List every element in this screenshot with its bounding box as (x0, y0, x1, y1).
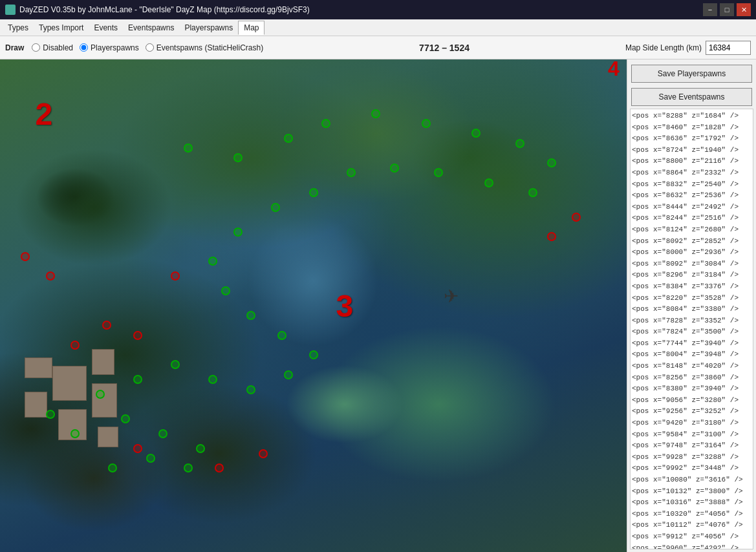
spawn-marker[interactable] (321, 119, 330, 128)
pos-item: <pos x="8444" z="2492" /> (632, 202, 751, 213)
pos-item: <pos x="8092" z="3084" /> (632, 259, 751, 270)
spawn-marker[interactable] (422, 119, 431, 128)
main-area: 2 3 ✈ (0, 59, 756, 552)
pos-item: <pos x="8460" z="1828" /> (632, 122, 751, 134)
pos-item: <pos x="10316" z="3888" /> (632, 497, 751, 509)
spawn-marker[interactable] (96, 390, 105, 399)
spawn-marker[interactable] (309, 188, 318, 197)
step-number-3: 3 (336, 288, 354, 324)
spawn-marker[interactable] (146, 454, 155, 463)
pos-item: <pos x="8004" z="3948" /> (632, 349, 751, 361)
spawn-marker[interactable] (221, 286, 230, 295)
minimize-button[interactable]: − (703, 3, 717, 16)
pos-item: <pos x="7824" z="3500" /> (632, 326, 751, 338)
radio-disabled[interactable] (32, 43, 40, 52)
spawn-marker[interactable] (133, 375, 142, 384)
spawn-marker[interactable] (547, 158, 556, 167)
pos-item: <pos x="8256" z="3860" /> (632, 372, 751, 384)
pos-item: <pos x="8220" z="3528" /> (632, 293, 751, 304)
spawn-marker-red[interactable] (171, 271, 180, 281)
pos-item: <pos x="10080" z="3616" /> (632, 474, 751, 486)
spawn-marker[interactable] (196, 444, 205, 453)
pos-item: <pos x="9056" z="3280" /> (632, 395, 751, 407)
spawn-marker[interactable] (233, 153, 243, 162)
spawn-marker-red[interactable] (215, 463, 224, 472)
spawn-marker[interactable] (184, 143, 193, 153)
draw-label: Draw (5, 43, 24, 52)
pos-item: <pos x="8148" z="4020" /> (632, 361, 751, 372)
spawn-marker-red[interactable] (572, 213, 581, 222)
pos-item: <pos x="7744" z="3940" /> (632, 338, 751, 350)
radio-playerspawns[interactable] (80, 43, 88, 52)
pos-item: <pos x="8084" z="3380" /> (632, 304, 751, 315)
menu-item-playerspawns[interactable]: Playerspawns (179, 21, 238, 35)
spawn-marker[interactable] (347, 168, 356, 177)
spawn-marker[interactable] (528, 188, 537, 197)
spawn-marker[interactable] (271, 203, 280, 212)
spawn-marker[interactable] (277, 331, 286, 340)
spawn-marker[interactable] (371, 109, 380, 118)
pos-item: <pos x="8636" z="1792" /> (632, 133, 751, 145)
spawn-marker-red[interactable] (21, 252, 30, 261)
pos-item: <pos x="9912" z="4056" /> (632, 531, 751, 543)
spawn-marker-red[interactable] (259, 449, 268, 458)
map-container[interactable]: 2 3 ✈ (0, 59, 627, 552)
toolbar: Draw Disabled Playerspawns Eventspawns (… (0, 36, 756, 59)
spawn-marker[interactable] (471, 129, 481, 138)
spawn-marker[interactable] (309, 350, 318, 359)
save-eventspawns-button[interactable]: Save Eventspawns (631, 88, 752, 106)
spawn-marker[interactable] (515, 139, 524, 148)
pos-item: <pos x="9748" z="3164" /> (632, 440, 751, 452)
spawn-marker-red[interactable] (46, 271, 55, 281)
spawn-marker-red[interactable] (547, 232, 556, 241)
spawn-marker[interactable] (184, 463, 193, 472)
radio-playerspawns-option[interactable]: Playerspawns (80, 43, 139, 52)
radio-disabled-label: Disabled (43, 43, 73, 52)
save-playerspawns-button[interactable]: Save Playerspawns (631, 65, 752, 83)
menu-item-types-import[interactable]: Types Import (34, 21, 89, 35)
spawn-marker[interactable] (208, 257, 217, 266)
spawn-marker-red[interactable] (102, 321, 111, 330)
spawn-marker[interactable] (284, 370, 293, 379)
spawn-marker[interactable] (390, 164, 399, 173)
spawn-marker[interactable] (284, 134, 293, 143)
spawn-marker[interactable] (108, 463, 117, 472)
spawn-marker[interactable] (171, 360, 180, 369)
radio-eventspawns[interactable] (146, 43, 154, 52)
radio-eventspawns-option[interactable]: Eventspawns (StaticHeliCrash) (146, 43, 263, 52)
pos-item: <pos x="8124" z="2680" /> (632, 224, 751, 236)
title-bar-controls[interactable]: − □ ✕ (703, 3, 751, 16)
radio-playerspawns-label: Playerspawns (91, 43, 139, 52)
pos-item: <pos x="8296" z="3184" /> (632, 270, 751, 281)
spawn-marker[interactable] (208, 375, 217, 384)
pos-item: <pos x="8092" z="2852" /> (632, 236, 751, 248)
menu-item-map[interactable]: Map (238, 21, 265, 35)
spawn-marker-red[interactable] (70, 341, 80, 350)
spawn-marker-red[interactable] (133, 444, 142, 453)
spawn-marker[interactable] (246, 311, 255, 320)
pos-item: <pos x="9256" z="3252" /> (632, 406, 751, 418)
draw-radio-group: Disabled Playerspawns Eventspawns (Stati… (32, 43, 263, 52)
pos-item: <pos x="10320" z="4056" /> (632, 509, 751, 520)
spawn-marker[interactable] (246, 385, 255, 394)
spawn-marker[interactable] (70, 429, 80, 438)
spawn-marker[interactable] (484, 178, 493, 187)
spawn-marker[interactable] (233, 228, 243, 237)
close-button[interactable]: ✕ (737, 3, 751, 16)
pos-item: <pos x="8800" z="2116" /> (632, 156, 751, 167)
buildings-area (19, 306, 131, 478)
spawn-marker[interactable] (434, 168, 443, 177)
menu-item-types[interactable]: Types (3, 21, 34, 35)
menu-item-events[interactable]: Events (89, 21, 123, 35)
spawn-marker[interactable] (158, 429, 167, 438)
positions-list[interactable]: <pos x="8288" z="1684" /><pos x="8460" z… (630, 109, 753, 549)
menu-item-eventspawns[interactable]: Eventspawns (123, 21, 179, 35)
spawn-marker[interactable] (121, 414, 130, 423)
spawn-marker-red[interactable] (133, 331, 142, 340)
radio-disabled-option[interactable]: Disabled (32, 43, 73, 52)
spawn-marker[interactable] (46, 410, 55, 419)
pos-item: <pos x="8244" z="2516" /> (632, 213, 751, 224)
map-length-input[interactable] (706, 41, 751, 55)
maximize-button[interactable]: □ (720, 3, 734, 16)
right-panel: 4 Save Playerspawns Save Eventspawns <po… (627, 59, 756, 552)
